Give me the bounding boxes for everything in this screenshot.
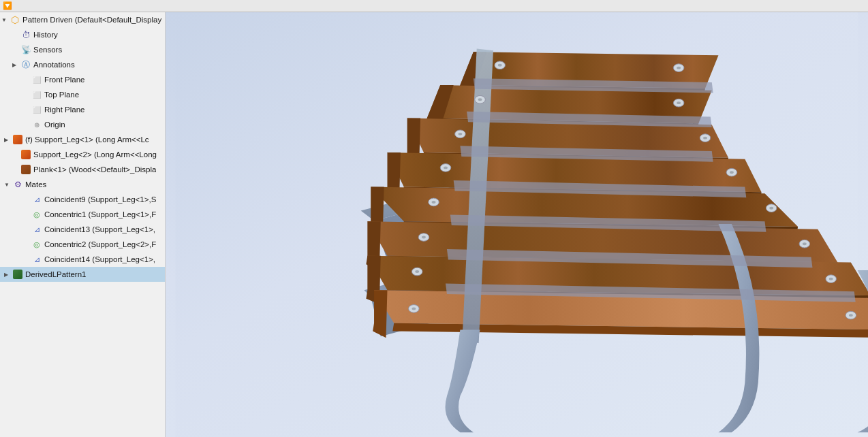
- tree-item-top-plane[interactable]: ⬜ Top Plane: [0, 87, 165, 102]
- tree-item-mates[interactable]: ▼ ⚙ Mates: [0, 177, 165, 192]
- tree-item-coincident9[interactable]: ⊿ Coincident9 (Support_Leg<1>,S: [0, 192, 165, 207]
- svg-point-56: [769, 207, 773, 210]
- coincident13-icon: ⊿: [31, 224, 42, 235]
- part-icon-plank: [20, 164, 31, 175]
- svg-point-60: [803, 242, 807, 245]
- part-icon-leg1: [12, 134, 23, 145]
- assembly-icon: ⬡: [10, 14, 20, 25]
- svg-point-68: [849, 314, 853, 317]
- tree-item-right-plane[interactable]: ⬜ Right Plane: [0, 102, 165, 117]
- coincident-icon: ⊿: [31, 194, 42, 205]
- svg-marker-28: [373, 290, 387, 338]
- mates-arrow: ▼: [4, 182, 12, 188]
- main-layout: ▼ ⬡ Pattern Driven (Default<Default_Disp…: [0, 12, 868, 437]
- plane-icon-right: ⬜: [31, 104, 42, 115]
- plank1-label: Plank<1> (Wood<<Default>_Displa: [33, 165, 156, 174]
- annotation-icon: Ⓐ: [20, 59, 31, 70]
- coincident13-label: Coincident13 (Support_Leg<1>,: [44, 225, 155, 233]
- svg-point-52: [730, 171, 734, 174]
- svg-point-44: [677, 101, 681, 104]
- origin-icon: ⊕: [31, 119, 42, 130]
- svg-point-50: [444, 166, 448, 169]
- tree-item-concentric2[interactable]: ◎ Concentric2 (Support_Leg<2>,F: [0, 237, 165, 252]
- concentric1-label: Concentric1 (Support_Leg<1>,F: [44, 210, 156, 218]
- tree-item-support-leg2[interactable]: Support_Leg<2> (Long Arm<<Long: [0, 147, 165, 162]
- scene-container: [166, 12, 868, 437]
- tree-item-concentric1[interactable]: ◎ Concentric1 (Support_Leg<1>,F: [0, 207, 165, 222]
- tree-item-history[interactable]: ⏱ History: [0, 27, 165, 42]
- support-leg1-label: (f) Support_Leg<1> (Long Arm<<Lc: [25, 135, 149, 144]
- sensors-label: Sensors: [33, 46, 62, 54]
- history-label: History: [33, 31, 58, 39]
- filter-icon[interactable]: 🔽: [3, 1, 12, 10]
- tree-item-sensors[interactable]: 📡 Sensors: [0, 42, 165, 57]
- history-icon: ⏱: [20, 29, 31, 40]
- concentric2-label: Concentric2 (Support_Leg<2>,F: [44, 240, 156, 248]
- top-plane-label: Top Plane: [44, 91, 79, 99]
- coincident9-label: Coincident9 (Support_Leg<1>,S: [44, 195, 156, 204]
- svg-point-38: [498, 64, 502, 67]
- annotations-label: Annotations: [33, 61, 75, 69]
- leg1-arrow: ▶: [4, 137, 12, 143]
- derived-pattern-label: DerivedLPattern1: [25, 270, 87, 278]
- plane-icon-top: ⬜: [31, 89, 42, 100]
- top-toolbar: 🔽: [0, 0, 868, 12]
- annotations-arrow: ▶: [12, 62, 20, 68]
- svg-point-54: [432, 201, 436, 204]
- origin-label: Origin: [44, 120, 65, 129]
- svg-point-66: [412, 307, 416, 310]
- tree-item-support-leg1[interactable]: ▶ (f) Support_Leg<1> (Long Arm<<Lc: [0, 132, 165, 147]
- tree-item-annotations[interactable]: ▶ Ⓐ Annotations: [0, 57, 165, 72]
- right-plane-label: Right Plane: [44, 106, 84, 114]
- coincident14-icon: ⊿: [31, 254, 42, 265]
- mates-icon: ⚙: [12, 179, 23, 190]
- bench-3d-scene: [166, 12, 868, 437]
- svg-point-64: [829, 278, 833, 280]
- concentric-icon: ◎: [31, 209, 42, 220]
- svg-point-42: [478, 98, 482, 101]
- part-icon-leg2: [20, 149, 31, 160]
- svg-point-40: [677, 67, 681, 69]
- root-expand-arrow: ▼: [1, 17, 10, 23]
- mates-label: Mates: [25, 180, 46, 189]
- tree-root-item[interactable]: ▼ ⬡ Pattern Driven (Default<Default_Disp…: [0, 12, 165, 27]
- front-plane-label: Front Plane: [44, 76, 84, 84]
- 3d-viewport[interactable]: [166, 12, 868, 437]
- tree-item-origin[interactable]: ⊕ Origin: [0, 117, 165, 132]
- sensor-icon: 📡: [20, 44, 31, 55]
- tree-item-plank1[interactable]: Plank<1> (Wood<<Default>_Displa: [0, 162, 165, 177]
- tree-item-coincident13[interactable]: ⊿ Coincident13 (Support_Leg<1>,: [0, 222, 165, 237]
- feature-tree-sidebar: ▼ ⬡ Pattern Driven (Default<Default_Disp…: [0, 12, 166, 437]
- tree-item-front-plane[interactable]: ⬜ Front Plane: [0, 72, 165, 87]
- root-label: Pattern Driven (Default<Default_Display: [22, 16, 161, 24]
- support-leg2-label: Support_Leg<2> (Long Arm<<Long: [33, 150, 157, 159]
- svg-point-58: [422, 236, 426, 239]
- concentric2-icon: ◎: [31, 239, 42, 250]
- pattern-icon: [12, 269, 23, 280]
- svg-point-62: [415, 270, 419, 273]
- coincident14-label: Coincident14 (Support_Leg<1>,: [44, 255, 155, 263]
- tree-item-coincident14[interactable]: ⊿ Coincident14 (Support_Leg<1>,: [0, 252, 165, 267]
- plane-icon: ⬜: [31, 74, 42, 85]
- tree-item-derived-pattern[interactable]: ▶ DerivedLPattern1: [0, 267, 165, 282]
- svg-point-46: [458, 133, 462, 135]
- pattern-arrow: ▶: [4, 272, 12, 278]
- svg-point-48: [703, 137, 707, 140]
